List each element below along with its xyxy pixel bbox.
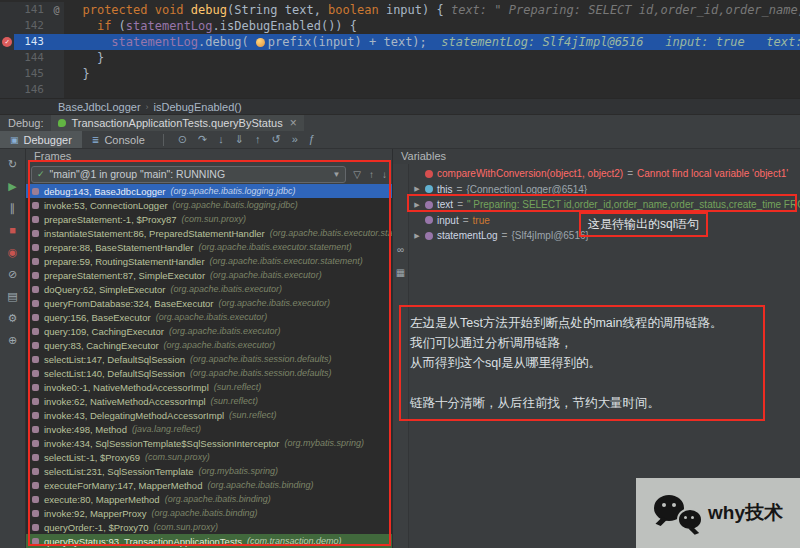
code-text[interactable]: if (statementLog.isDebugEnabled()) { (64, 18, 800, 34)
thread-dump-button[interactable]: ▤ (4, 289, 22, 303)
frame-location: prepareStatement:87, SimpleExecutor (44, 270, 205, 281)
line-number[interactable]: 146 (14, 82, 49, 98)
code-line[interactable]: 141@ protected void debug(String text, b… (0, 2, 800, 18)
step-over-icon[interactable]: ↷ (198, 133, 207, 146)
tab-console[interactable]: ≣Console (82, 131, 155, 148)
settings-button[interactable]: ⚙ (4, 311, 22, 325)
frame-package: (org.apache.ibatis.executor) (219, 298, 331, 308)
thread-selector-dropdown[interactable]: ✓ "main"@1 in group "main": RUNNING ▼ (31, 166, 346, 183)
code-text[interactable]: statementLog.debug( prefix(input) + text… (64, 34, 800, 50)
rerun-button[interactable]: ↻ (4, 157, 22, 171)
variable-value: " Preparing: SELECT id,order_id,order_na… (467, 199, 800, 210)
stack-frame-row[interactable]: selectList:231, SqlSessionTemplate(org.m… (26, 464, 392, 478)
force-step-into-icon[interactable]: ⇓ (235, 133, 244, 146)
stack-frame-row[interactable]: selectList:-1, $Proxy69(com.sun.proxy) (26, 450, 392, 464)
code-text[interactable]: } (64, 66, 800, 82)
expand-arrow-icon[interactable]: ▶ (413, 232, 421, 240)
stop-button[interactable]: ■ (4, 223, 22, 237)
resume-button[interactable]: ▶ (4, 179, 22, 193)
variable-row[interactable]: ▶this={ConnectionLogger@6514} (409, 182, 800, 198)
run-config-tab[interactable]: TransactionApplicationTests.queryByStatu… (51, 115, 303, 131)
code-line[interactable]: 145 } (0, 66, 800, 82)
editor-gutter: 145 (0, 66, 64, 82)
stack-frame-row[interactable]: executeForMany:147, MapperMethod(org.apa… (26, 478, 392, 492)
stack-frame-row[interactable]: invoke:43, DelegatingMethodAccessorImpl(… (26, 408, 392, 422)
stack-frame-row[interactable]: debug:143, BaseJdbcLogger(org.apache.iba… (26, 184, 392, 198)
code-token: statementLog: Slf4jImpl@6516 input: true… (441, 35, 800, 49)
stack-frame-row[interactable]: invoke:434, SqlSessionTemplate$SqlSessio… (26, 436, 392, 450)
prev-frame-button[interactable]: ↑ (369, 169, 374, 180)
run-to-cursor-icon[interactable]: » (292, 133, 298, 146)
stack-frame-icon (32, 482, 39, 489)
filter-frames-button[interactable]: ▽ (353, 169, 361, 180)
next-frame-button[interactable]: ↓ (382, 169, 387, 180)
code-line[interactable]: 142 if (statementLog.isDebugEnabled()) { (0, 18, 800, 34)
debug-action-toolbar: ↻▶∥■◉⊘▤⚙⊕ (0, 149, 26, 548)
code-line[interactable]: 144 } (0, 50, 800, 66)
view-breakpoints-button[interactable]: ◉ (4, 245, 22, 259)
stack-frame-row[interactable]: execute:80, MapperMethod(org.apache.ibat… (26, 492, 392, 506)
tab-debugger[interactable]: ▣Debugger (0, 131, 82, 148)
show-execution-point-icon[interactable]: ⊙ (178, 133, 187, 146)
stack-frame-row[interactable]: prepareStatement:87, SimpleExecutor(org.… (26, 268, 392, 282)
stack-frame-row[interactable]: query:156, BaseExecutor(org.apache.ibati… (26, 310, 392, 324)
evaluate-expression-icon[interactable]: ƒ (309, 133, 315, 146)
drop-frame-icon[interactable]: ↺ (271, 133, 280, 146)
tab-label: Debugger (24, 134, 72, 146)
frame-package: (org.apache.ibatis.executor.statement) (270, 228, 392, 238)
frame-location: queryByStatus:93, TransactionApplication… (44, 536, 242, 547)
step-out-icon[interactable]: ↑ (255, 133, 261, 146)
stack-frame-row[interactable]: queryByStatus:93, TransactionApplication… (26, 534, 392, 548)
breadcrumb-item[interactable]: BaseJdbcLogger (58, 101, 141, 113)
stack-frame-row[interactable]: invoke:53, ConnectionLogger(org.apache.i… (26, 198, 392, 212)
tab-separator (163, 134, 164, 146)
frame-location: queryFromDatabase:324, BaseExecutor (44, 298, 214, 309)
line-number[interactable]: 142 (14, 18, 49, 34)
stack-frame-row[interactable]: doQuery:62, SimpleExecutor(org.apache.ib… (26, 282, 392, 296)
stack-frame-row[interactable]: prepare:88, BaseStatementHandler(org.apa… (26, 240, 392, 254)
code-text[interactable]: protected void debug(String text, boolea… (64, 2, 800, 18)
variable-row[interactable]: ▶text=" Preparing: SELECT id,order_id,or… (409, 197, 800, 213)
stack-frame-row[interactable]: prepareStatement:-1, $Proxy87(com.sun.pr… (26, 212, 392, 226)
layout-settings-icon[interactable]: ▦ (396, 267, 405, 278)
stack-frame-row[interactable]: selectList:147, DefaultSqlSession(org.ap… (26, 352, 392, 366)
gutter-marker-icon (49, 66, 64, 82)
code-text[interactable] (64, 82, 800, 98)
pause-button[interactable]: ∥ (4, 201, 22, 215)
variable-row[interactable]: compareWithConversion(object1, object2)=… (409, 166, 800, 182)
pin-button[interactable]: ⊕ (4, 333, 22, 347)
close-icon[interactable]: × (290, 118, 297, 128)
line-number[interactable]: 141 (14, 2, 49, 18)
stack-frame-row[interactable]: invoke:62, NativeMethodAccessorImpl(sun.… (26, 394, 392, 408)
stack-frame-row[interactable]: instantiateStatement:86, PreparedStateme… (26, 226, 392, 240)
code-token: statementLog (111, 35, 198, 49)
stack-frame-row[interactable]: invoke:498, Method(java.lang.reflect) (26, 422, 392, 436)
line-number[interactable]: 143 (14, 34, 49, 50)
code-line[interactable]: 146 (0, 82, 800, 98)
stack-frame-icon (32, 188, 39, 195)
watches-toggle-icon[interactable]: ∞ (397, 244, 404, 255)
breakpoint-icon[interactable]: ✓ (2, 37, 12, 47)
step-into-icon[interactable]: ↓ (218, 133, 224, 146)
stack-frame-row[interactable]: query:109, CachingExecutor(org.apache.ib… (26, 324, 392, 338)
stack-frame-row[interactable]: prepare:59, RoutingStatementHandler(org.… (26, 254, 392, 268)
stack-frame-row[interactable]: queryFromDatabase:324, BaseExecutor(org.… (26, 296, 392, 310)
stack-frame-row[interactable]: invoke0:-1, NativeMethodAccessorImpl(sun… (26, 380, 392, 394)
line-number[interactable]: 145 (14, 66, 49, 82)
breadcrumb-item[interactable]: isDebugEnabled() (154, 101, 242, 113)
expand-arrow-icon[interactable]: ▶ (413, 185, 421, 193)
line-number[interactable]: 144 (14, 50, 49, 66)
stack-frame-row[interactable]: queryOrder:-1, $Proxy70(com.sun.proxy) (26, 520, 392, 534)
code-text[interactable]: } (64, 50, 800, 66)
code-editor[interactable]: 141@ protected void debug(String text, b… (0, 0, 800, 98)
stack-frame-icon (32, 426, 39, 433)
code-line[interactable]: ✓143 statementLog.debug( prefix(input) +… (0, 34, 800, 50)
code-token: protected void (82, 3, 190, 17)
expand-arrow-icon[interactable]: ▶ (413, 201, 421, 209)
annotation-line: 从而得到这个sql是从哪里得到的。 (410, 353, 754, 373)
stack-frame-row[interactable]: selectList:140, DefaultSqlSession(org.ap… (26, 366, 392, 380)
stack-frame-row[interactable]: invoke:92, MapperProxy(org.apache.ibatis… (26, 506, 392, 520)
mute-breakpoints-button[interactable]: ⊘ (4, 267, 22, 281)
stack-frame-icon (32, 314, 39, 321)
stack-frame-row[interactable]: query:83, CachingExecutor(org.apache.iba… (26, 338, 392, 352)
